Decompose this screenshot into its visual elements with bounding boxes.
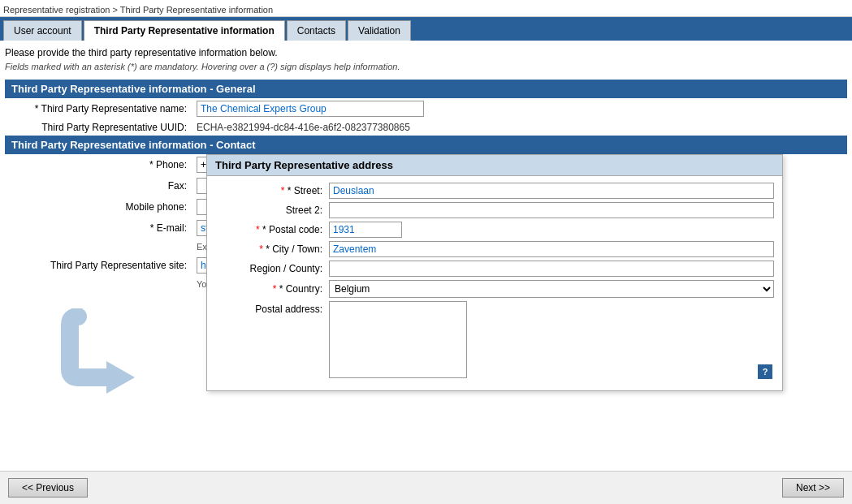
tpr-name-input[interactable] [197,101,424,117]
address-panel: Third Party Representative address * * S… [206,154,783,391]
tab-contacts[interactable]: Contacts [287,20,346,41]
svg-marker-0 [106,361,135,394]
postal-label: * * Postal code: [215,224,329,235]
intro-hint: Fields marked with an asterisk (*) are m… [5,62,847,71]
address-form: * * Street: Street 2: * * Postal code: [207,176,782,390]
general-section-header: Third Party Representative information -… [5,80,847,98]
street2-row: Street 2: [215,202,774,218]
postal-input[interactable] [329,222,402,238]
contact-section: * Phone: Fax: Mobile phone: [5,154,847,454]
region-row: Region / County: [215,261,774,277]
tab-validation[interactable]: Validation [348,20,411,41]
previous-button[interactable]: << Previous [8,478,88,498]
contact-section-header: Third Party Representative information -… [5,136,847,154]
tpr-name-label: * Third Party Representative name: [5,98,192,119]
city-label: * * City / Town: [215,243,329,255]
email-label: * E-mail: [5,218,192,239]
postal-address-help-button[interactable]: ? [758,364,772,379]
street-required-star: * [281,185,288,196]
street2-label: Street 2: [215,205,329,216]
arrow-decoration [54,308,159,398]
street-input[interactable] [329,183,774,199]
postal-row: * * Postal code: [215,222,774,238]
street-label: * * Street: [215,185,329,196]
postal-address-textarea[interactable] [329,301,467,378]
tpr-uuid-value: ECHA-e3821994-dc84-416e-a6f2-08237738086… [197,122,410,133]
postal-address-row: Postal address: ? [215,301,774,381]
tab-user-account[interactable]: User account [3,20,82,41]
street-row: * * Street: [215,183,774,199]
mobile-label: Mobile phone: [5,196,192,218]
next-button[interactable]: Next >> [782,478,844,498]
address-panel-header: Third Party Representative address [207,155,782,176]
bottom-nav: << Previous Next >> [0,471,852,504]
region-label: Region / County: [215,263,329,274]
tpr-uuid-label: Third Party Representative UUID: [5,119,192,136]
general-form: * Third Party Representative name: Third… [5,98,573,136]
postal-address-label: Postal address: [215,301,329,315]
country-row: * * Country: Belgium France Germany Neth… [215,280,774,298]
site-label: Third Party Representative site: [5,255,192,276]
arrow-area [5,292,208,454]
main-content: Please provide the third party represent… [0,41,852,461]
tab-tpr-info[interactable]: Third Party Representative information [84,20,285,41]
tab-bar: User account Third Party Representative … [0,17,852,41]
fax-label: Fax: [5,175,192,196]
intro-line1: Please provide the third party represent… [5,47,847,58]
phone-label: * Phone: [5,154,192,175]
city-row: * * City / Town: [215,241,774,257]
city-input[interactable] [329,241,774,257]
breadcrumb: Representative registration > Third Part… [0,0,852,17]
street2-input[interactable] [329,202,774,218]
country-label: * * Country: [215,283,329,295]
country-select[interactable]: Belgium France Germany Netherlands Unite… [329,280,774,298]
region-input[interactable] [329,261,774,277]
